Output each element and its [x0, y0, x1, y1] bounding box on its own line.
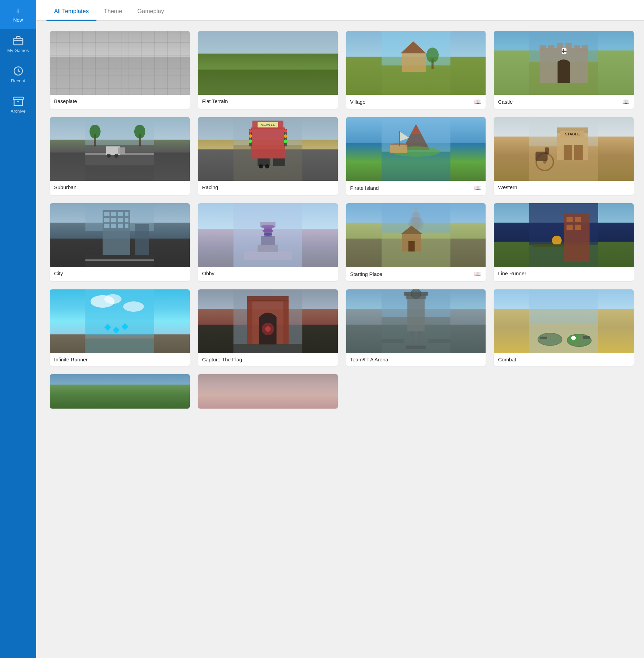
template-name: Starting Place — [350, 271, 382, 277]
template-card-footer: Infinite Runner — [50, 353, 190, 366]
svg-rect-52 — [273, 158, 285, 166]
template-thumb-infinite-runner — [50, 289, 190, 353]
archive-icon — [13, 96, 24, 107]
template-card-line-runner[interactable]: Line Runner — [494, 203, 634, 281]
svg-rect-156 — [583, 336, 590, 339]
svg-rect-74 — [545, 147, 549, 154]
template-name: Team/FFA Arena — [350, 357, 388, 362]
sidebar-item-recent[interactable]: Recent — [0, 59, 36, 90]
svg-rect-20 — [574, 45, 580, 51]
template-thumb-flat-terrain — [198, 31, 338, 95]
template-thumb-western: STABLE — [494, 117, 634, 181]
svg-rect-155 — [540, 337, 547, 339]
svg-rect-79 — [118, 212, 123, 216]
tab-gameplay[interactable]: Gameplay — [130, 8, 172, 21]
template-thumb-city — [50, 203, 190, 267]
svg-rect-87 — [118, 224, 123, 228]
tab-all-templates[interactable]: All Templates — [46, 8, 96, 21]
template-card-western[interactable]: STABLE Western — [494, 117, 634, 195]
svg-rect-130 — [247, 296, 289, 301]
svg-point-48 — [284, 129, 287, 133]
template-card-footer: Starting Place 📖 — [346, 267, 486, 281]
western-scene: STABLE — [494, 117, 634, 181]
template-card-racing[interactable]: Start/Finish — [198, 117, 338, 195]
template-card-flat-terrain[interactable]: Flat Terrain — [198, 31, 338, 109]
template-card-pirate-island[interactable]: Pirate Island 📖 — [346, 117, 486, 195]
svg-rect-145 — [405, 346, 426, 349]
svg-point-11 — [426, 48, 438, 63]
sidebar-item-my-games[interactable]: My Games — [0, 29, 36, 59]
template-card-combat[interactable]: Combat — [494, 289, 634, 366]
template-thumb-partial — [198, 374, 338, 409]
svg-rect-84 — [125, 218, 128, 222]
svg-rect-132 — [247, 300, 252, 345]
svg-rect-117 — [533, 244, 564, 247]
svg-point-36 — [114, 154, 118, 158]
line-runner-scene — [494, 203, 634, 267]
template-thumb-starting-place — [346, 203, 486, 267]
template-card-capture-flag[interactable]: Capture The Flag — [198, 289, 338, 366]
svg-rect-69 — [564, 145, 572, 160]
template-card-team-arena[interactable]: Team/FFA Arena — [346, 289, 486, 366]
team-arena-scene — [346, 289, 486, 353]
template-card-footer: Western — [494, 181, 634, 194]
template-name: Capture The Flag — [202, 357, 242, 362]
svg-rect-21 — [582, 45, 588, 51]
book-icon: 📖 — [474, 270, 481, 278]
template-thumb-team-arena — [346, 289, 486, 353]
plus-icon: + — [15, 6, 21, 16]
template-card-obby[interactable]: Obby — [198, 203, 338, 281]
svg-rect-139 — [407, 296, 424, 331]
template-card-footer: Line Runner — [494, 267, 634, 280]
template-name: Pirate Island — [350, 185, 379, 191]
template-thumb-combat — [494, 289, 634, 353]
svg-rect-91 — [135, 224, 149, 255]
new-button[interactable]: + New — [0, 0, 36, 29]
svg-rect-95 — [261, 236, 275, 245]
infinite-runner-scene — [50, 289, 190, 353]
svg-rect-78 — [111, 212, 116, 216]
svg-rect-114 — [567, 225, 573, 230]
svg-point-98 — [261, 225, 275, 229]
svg-rect-126 — [85, 338, 154, 353]
sidebar-item-label: Archive — [11, 109, 25, 114]
template-card-baseplate[interactable]: Baseplate — [50, 31, 190, 109]
template-grid: Baseplate Flat Terrain — [50, 31, 634, 366]
template-name: Village — [350, 99, 366, 105]
svg-rect-94 — [258, 245, 278, 252]
template-thumb-baseplate — [50, 31, 190, 95]
svg-rect-82 — [111, 218, 116, 222]
svg-point-136 — [265, 326, 271, 332]
template-name: Castle — [498, 99, 513, 105]
sidebar-item-archive[interactable]: Archive — [0, 90, 36, 120]
svg-rect-85 — [104, 224, 110, 228]
template-name: Racing — [202, 184, 218, 190]
svg-rect-77 — [104, 212, 110, 216]
suburban-scene — [50, 117, 190, 181]
template-card-partial-1[interactable] — [50, 374, 190, 409]
svg-point-53 — [259, 164, 263, 168]
template-card-starting-place[interactable]: Starting Place 📖 — [346, 203, 486, 281]
svg-rect-8 — [402, 53, 426, 72]
village-scene — [346, 31, 486, 95]
template-card-footer: Obby — [198, 267, 338, 280]
svg-point-46 — [249, 140, 252, 143]
svg-rect-112 — [567, 217, 573, 222]
svg-rect-143 — [411, 331, 413, 346]
svg-point-122 — [123, 301, 144, 312]
template-card-castle[interactable]: Castle 📖 — [494, 31, 634, 109]
tab-theme[interactable]: Theme — [96, 8, 130, 21]
template-name: Line Runner — [498, 270, 526, 276]
svg-rect-39 — [251, 127, 285, 158]
template-card-city[interactable]: City — [50, 203, 190, 281]
template-card-village[interactable]: Village 📖 — [346, 31, 486, 109]
svg-rect-93 — [244, 251, 292, 260]
template-card-partial-2[interactable] — [198, 374, 338, 409]
template-thumb-line-runner — [494, 203, 634, 267]
template-card-suburban[interactable]: Suburban — [50, 117, 190, 195]
svg-point-45 — [249, 134, 252, 138]
template-card-infinite-runner[interactable]: Infinite Runner — [50, 289, 190, 366]
svg-text:Start/Finish: Start/Finish — [261, 124, 274, 127]
svg-point-100 — [264, 233, 272, 236]
racing-scene: Start/Finish — [198, 117, 338, 181]
